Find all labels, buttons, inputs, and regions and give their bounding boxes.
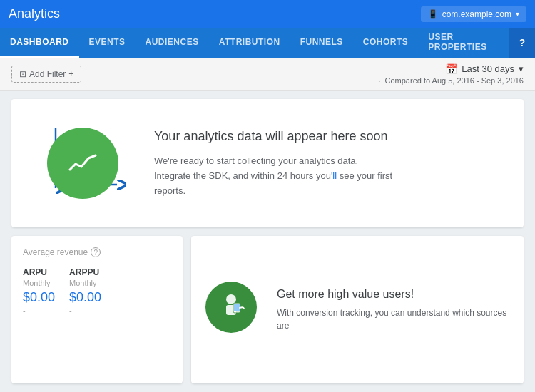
empty-state-card: Your analytics data will appear here soo…: [11, 99, 524, 227]
nav-item-user-properties[interactable]: USER PROPERTIES: [418, 28, 509, 58]
trend-icon: [68, 153, 97, 174]
bottom-cards: Average revenue ? ARPU Monthly $0.00 - A…: [11, 236, 524, 383]
empty-state-description: We're ready to start collecting your ana…: [154, 154, 397, 198]
promo-text: Get more high value users! With conversi…: [277, 288, 509, 332]
arppu-sub: -: [69, 306, 101, 315]
promo-card: Get more high value users! With conversi…: [191, 236, 524, 383]
arpu-sub: -: [23, 306, 55, 315]
date-compare-label: → Compared to Aug 5, 2016 - Sep 3, 2016: [374, 76, 524, 85]
date-range-label: Last 30 days: [462, 63, 514, 74]
arpu-period: Monthly: [23, 279, 55, 287]
arppu-period: Monthly: [69, 279, 101, 287]
promo-desc: With conversion tracking, you can unders…: [277, 306, 509, 332]
date-dropdown-icon: ▾: [519, 63, 524, 74]
arppu-label: ARPPU: [69, 267, 101, 277]
compare-arrow-icon: →: [374, 76, 382, 85]
app-domain: com.example.com: [442, 9, 511, 19]
arppu-metric: ARPPU Monthly $0.00 -: [69, 267, 101, 315]
nav-item-dashboard[interactable]: DASHBOARD: [0, 28, 79, 58]
nav-item-cohorts[interactable]: COHORTS: [353, 28, 419, 58]
arpu-metric: ARPU Monthly $0.00 -: [23, 267, 55, 315]
main-content: Your analytics data will appear here soo…: [0, 91, 535, 392]
filter-bar: ⊡ Add Filter + 📅 Last 30 days ▾ → Compar…: [0, 58, 535, 91]
nav-item-funnels[interactable]: FUNNELS: [290, 28, 353, 58]
empty-state-text: Your analytics data will appear here soo…: [154, 128, 397, 199]
dropdown-arrow-icon: ▾: [516, 10, 519, 18]
nav-bar: DASHBOARD EVENTS AUDIENCES ATTRIBUTION F…: [0, 28, 535, 58]
revenue-card: Average revenue ? ARPU Monthly $0.00 - A…: [11, 236, 183, 383]
app-title: Analytics: [9, 6, 60, 21]
date-range: 📅 Last 30 days ▾ → Compared to Aug 5, 20…: [374, 63, 524, 85]
arpu-label: ARPU: [23, 267, 55, 277]
nav-help-button[interactable]: ?: [509, 28, 535, 58]
arppu-value: $0.00: [69, 290, 101, 305]
promo-svg: [213, 289, 249, 325]
nav-item-audiences[interactable]: AUDIENCES: [136, 28, 209, 58]
plus-icon: +: [68, 69, 73, 79]
nav-items: DASHBOARD EVENTS AUDIENCES ATTRIBUTION F…: [0, 28, 509, 58]
calendar-icon: 📅: [445, 63, 457, 75]
nav-item-attribution[interactable]: ATTRIBUTION: [209, 28, 290, 58]
nav-item-events[interactable]: EVENTS: [79, 28, 136, 58]
circle-decoration: [47, 128, 118, 199]
revenue-metrics: ARPU Monthly $0.00 - ARPPU Monthly $0.00…: [23, 267, 171, 315]
promo-illustration: [205, 282, 263, 339]
promo-circle: [205, 282, 257, 333]
revenue-card-header: Average revenue ?: [23, 247, 171, 257]
date-range-selector[interactable]: 📅 Last 30 days ▾: [445, 63, 524, 75]
revenue-help-icon[interactable]: ?: [91, 247, 101, 257]
platform-icon: 📱: [428, 9, 438, 19]
sdk-link[interactable]: ll: [332, 170, 337, 181]
arpu-value: $0.00: [23, 290, 55, 305]
svg-rect-5: [234, 304, 240, 311]
app-selector[interactable]: 📱 com.example.com ▾: [421, 6, 526, 22]
empty-state-title: Your analytics data will appear here soo…: [154, 128, 397, 145]
promo-title: Get more high value users!: [277, 288, 509, 301]
filter-icon: ⊡: [19, 69, 26, 79]
top-bar: Analytics 📱 com.example.com ▾: [0, 0, 535, 28]
chart-illustration: [40, 120, 126, 206]
add-filter-button[interactable]: ⊡ Add Filter +: [11, 66, 81, 83]
